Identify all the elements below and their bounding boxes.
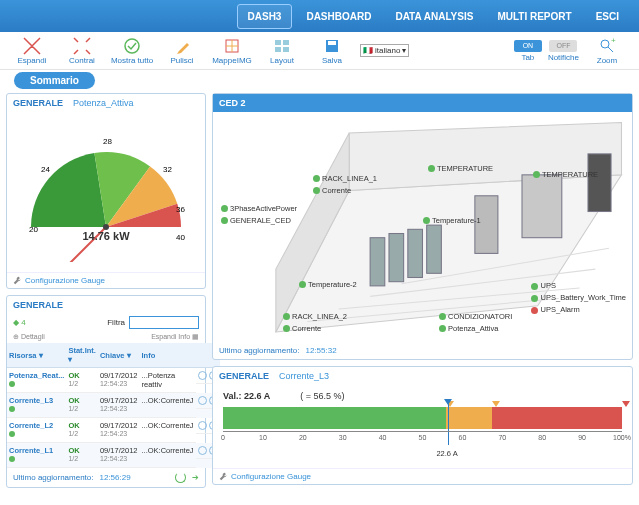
- row-action-icon[interactable]: [198, 421, 207, 430]
- col-risorsa[interactable]: Risorsa ▾: [7, 343, 66, 368]
- zoom-icon: +: [598, 37, 616, 55]
- notifiche-toggle[interactable]: OFF: [549, 40, 577, 52]
- gauge-subtitle: Potenza_Attiva: [73, 98, 134, 108]
- top-nav: DASH3 DASHBOARD DATA ANALYSIS MULTI REPO…: [0, 0, 639, 32]
- next-icon[interactable]: ➔: [192, 473, 199, 482]
- svg-point-0: [125, 39, 139, 53]
- svg-text:24: 24: [41, 165, 50, 174]
- sommario-tab[interactable]: Sommario: [14, 72, 95, 89]
- language-select[interactable]: 🇮🇹 italiano ▾: [360, 44, 409, 57]
- reload-icon[interactable]: [175, 472, 186, 483]
- clean-icon: [173, 37, 191, 55]
- bar-subtitle: Corrente_L3: [279, 371, 329, 381]
- svg-rect-26: [389, 234, 404, 282]
- bar-pointer-label: 22.6 A: [436, 449, 622, 458]
- table-title: GENERALE: [13, 300, 63, 310]
- wrench-icon: [13, 276, 22, 285]
- bar-gauge: [223, 407, 622, 429]
- zoom-button[interactable]: + Zoom: [585, 37, 629, 65]
- room-3d-icon: [213, 112, 632, 353]
- mappe-button[interactable]: MappeIMG: [210, 37, 254, 65]
- ced-3d-view[interactable]: RACK_LINEA_1 Corrente 3PhaseActivePower …: [213, 112, 632, 342]
- gauge-panel: GENERALE Potenza_Attiva 20 24 28: [6, 93, 206, 289]
- svg-text:28: 28: [103, 137, 112, 146]
- map-icon: [223, 37, 241, 55]
- svg-rect-30: [522, 175, 562, 238]
- contrai-button[interactable]: Contrai: [60, 37, 104, 65]
- nav-multi-report[interactable]: MULTI REPORT: [487, 5, 581, 28]
- bar-percent: ( = 56.5 %): [300, 391, 344, 401]
- table-row[interactable]: Corrente_L1 OK1/2 09/17/201212:54:23 ...…: [7, 443, 220, 468]
- svg-text:+: +: [611, 37, 616, 45]
- gauge-title: GENERALE: [13, 98, 63, 108]
- tab-toggle[interactable]: ON: [514, 40, 542, 52]
- svg-rect-7: [328, 41, 336, 45]
- resource-table: Risorsa ▾ Stat.Int. ▾ Chiave ▾ Info Pote…: [7, 343, 220, 468]
- svg-rect-25: [370, 238, 385, 286]
- row-action-icon[interactable]: [198, 396, 207, 405]
- svg-text:36: 36: [176, 205, 185, 214]
- toolbar: Espandi Contrai Mostra tutto Pulisci Map…: [0, 32, 639, 70]
- col-info[interactable]: Info: [139, 343, 195, 368]
- table-panel: GENERALE ◆ 4 Filtra ⊕ Dettagli Espandi I…: [6, 295, 206, 488]
- table-row[interactable]: Potenza_Reat... OK1/2 09/17/201212:54:23…: [7, 368, 220, 393]
- salva-button[interactable]: Salva: [310, 37, 354, 65]
- table-timestamp: 12:56:29: [99, 473, 130, 482]
- layout-button[interactable]: Layout: [260, 37, 304, 65]
- table-row[interactable]: Corrente_L2 OK1/2 09/17/201212:54:23 ...…: [7, 418, 220, 443]
- table-row[interactable]: Corrente_L3 OK1/2 09/17/201212:54:23 ...…: [7, 393, 220, 418]
- svg-text:32: 32: [163, 165, 172, 174]
- filter-input[interactable]: [129, 316, 199, 329]
- espandi-info-toggle[interactable]: Espandi Info ▦: [151, 333, 199, 341]
- row-action-icon[interactable]: [198, 371, 207, 380]
- nav-dash3[interactable]: DASH3: [237, 4, 293, 29]
- svg-rect-28: [427, 225, 442, 273]
- expand-icon: [23, 37, 41, 55]
- ced-panel: CED 2: [212, 93, 633, 360]
- ced-legend: UPS UPS_Battery_Work_Time UPS_Alarm: [531, 280, 626, 316]
- nav-esci[interactable]: ESCI: [586, 5, 629, 28]
- svg-point-8: [601, 40, 609, 48]
- espandi-button[interactable]: Espandi: [10, 37, 54, 65]
- pulisci-button[interactable]: Pulisci: [160, 37, 204, 65]
- svg-rect-5: [283, 47, 289, 52]
- bar-value: Val.: 22.6 A: [223, 391, 270, 401]
- ced-title: CED 2: [219, 98, 246, 108]
- dettagli-toggle[interactable]: ⊕ Dettagli: [13, 333, 45, 341]
- collapse-icon: [73, 37, 91, 55]
- nav-data-analysis[interactable]: DATA ANALYSIS: [385, 5, 483, 28]
- mostra-tutto-button[interactable]: Mostra tutto: [110, 37, 154, 65]
- col-stat[interactable]: Stat.Int. ▾: [66, 343, 98, 368]
- gauge-config-link[interactable]: Configurazione Gauge: [7, 272, 205, 288]
- row-action-icon[interactable]: [198, 446, 207, 455]
- nav-dashboard[interactable]: DASHBOARD: [296, 5, 381, 28]
- bar-panel: GENERALE Corrente_L3 Val.: 22.6 A ( = 56…: [212, 366, 633, 485]
- bar-config-link[interactable]: Configurazione Gauge: [213, 468, 632, 484]
- flag-icon: 🇮🇹: [363, 46, 373, 55]
- svg-rect-27: [408, 229, 423, 277]
- chevron-down-icon: ▾: [402, 46, 406, 55]
- svg-rect-2: [275, 40, 281, 45]
- layout-icon: [273, 37, 291, 55]
- svg-rect-3: [283, 40, 289, 45]
- show-all-icon: [123, 37, 141, 55]
- status-indicator: ◆ 4: [13, 318, 26, 327]
- bar-title: GENERALE: [219, 371, 269, 381]
- svg-rect-31: [588, 154, 611, 212]
- save-icon: [323, 37, 341, 55]
- svg-rect-4: [275, 47, 281, 52]
- gauge-value: 14.76 kW: [7, 230, 205, 242]
- col-chiave[interactable]: Chiave ▾: [98, 343, 140, 368]
- wrench-icon: [219, 472, 228, 481]
